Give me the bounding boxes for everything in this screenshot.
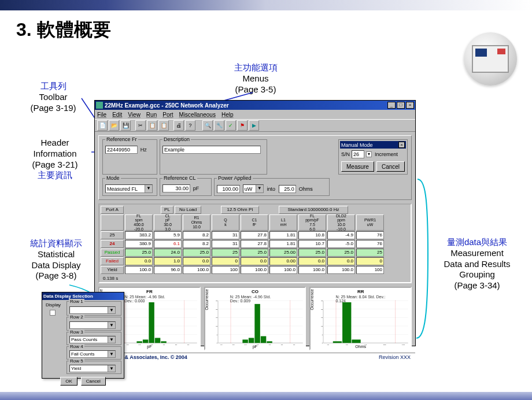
manual-close-icon[interactable]: ×: [398, 142, 405, 148]
close-button[interactable]: ×: [406, 102, 414, 109]
grid-cell[interactable]: 100.0: [241, 266, 268, 274]
grid-cell[interactable]: 0.0: [241, 257, 268, 265]
grid-cell[interactable]: 25.0: [298, 249, 326, 257]
grid-cell[interactable]: 0.00: [269, 257, 297, 265]
dialog-cancel-button[interactable]: Cancel: [81, 377, 106, 386]
grid-cell[interactable]: 25: [356, 249, 384, 257]
grid-cell[interactable]: 100.0: [183, 266, 210, 274]
toolbar-check-icon[interactable]: ✓: [226, 120, 236, 131]
display-checkbox[interactable]: [50, 310, 56, 316]
power-input[interactable]: 100.00: [217, 185, 240, 193]
ref-freq-input[interactable]: 22449950: [105, 146, 138, 154]
grid-cell[interactable]: 25.0: [241, 249, 268, 257]
menu-run[interactable]: Run: [146, 112, 157, 118]
grid-cell[interactable]: 27.8: [241, 231, 268, 239]
grid-cell[interactable]: -5.0: [327, 240, 355, 248]
dialog-row-combo[interactable]: Pass Counts▼: [69, 336, 116, 343]
increment-checkbox[interactable]: ▾: [366, 151, 372, 157]
grid-cell[interactable]: 76: [356, 240, 384, 248]
grid-cell[interactable]: 25.00: [269, 249, 297, 257]
grid-cell[interactable]: 100.0: [298, 266, 326, 274]
dialog-row-combo[interactable]: ▼: [69, 321, 116, 329]
grid-cell[interactable]: 0: [356, 257, 384, 265]
footer-revision: Revision XXX: [379, 354, 411, 360]
toolbar-play-icon[interactable]: ▶: [249, 120, 259, 131]
maximize-button[interactable]: □: [397, 102, 405, 109]
grid-cell[interactable]: 1.81: [269, 240, 297, 248]
toolbar-save-icon[interactable]: 💾: [120, 120, 131, 131]
grid-cell[interactable]: 0.0: [183, 257, 210, 265]
grid-cell[interactable]: 0.0: [298, 257, 326, 265]
menu-view[interactable]: View: [128, 112, 141, 118]
grid-cell[interactable]: 76: [356, 231, 384, 239]
grid-cell[interactable]: -4.9: [327, 231, 355, 239]
grid-cell[interactable]: 0.0: [125, 257, 153, 265]
desc-input[interactable]: Example: [162, 146, 261, 154]
tab-ohm[interactable]: 12.5 Ohm PI: [221, 206, 259, 214]
grid-cell[interactable]: 10.7: [298, 240, 326, 248]
grid-cell[interactable]: 100.0: [125, 266, 153, 274]
toolbar-new-icon[interactable]: 📄: [97, 120, 108, 131]
grid-cell[interactable]: 100: [356, 266, 384, 274]
grid-cell[interactable]: 1.0: [154, 257, 182, 265]
svg-text:5: 5: [216, 334, 217, 336]
svg-text:-5.5: -5.5: [244, 344, 247, 346]
tab-noload[interactable]: No Load: [175, 206, 201, 214]
grid-cell[interactable]: 25.0: [183, 249, 210, 257]
refcl-input[interactable]: 30.00: [162, 184, 190, 192]
menu-help[interactable]: Help: [221, 112, 234, 118]
grid-cell[interactable]: 1.81: [269, 231, 297, 239]
dialog-row-combo[interactable]: Yield▼: [69, 365, 116, 372]
grid-cell[interactable]: 100.0: [269, 266, 297, 274]
menu-port[interactable]: Port: [162, 112, 173, 118]
grid-cell[interactable]: 24.0: [154, 249, 182, 257]
grid-cell[interactable]: 25.0: [125, 249, 153, 257]
grid-cell[interactable]: 100: [212, 266, 239, 274]
toolbar-open-icon[interactable]: 📂: [109, 120, 119, 131]
grid-cell[interactable]: 25.0: [327, 249, 355, 257]
grid-cell[interactable]: 8.2: [183, 231, 210, 239]
grid-cell[interactable]: 27.8: [241, 240, 268, 248]
toolbar-wrench-icon[interactable]: 🔧: [214, 120, 224, 131]
cancel-button[interactable]: Cancel: [376, 161, 405, 172]
toolbar-copy-icon[interactable]: 📋: [147, 120, 157, 131]
menu-edit[interactable]: Edit: [112, 112, 122, 118]
toolbar-paste-icon[interactable]: 📋: [158, 120, 169, 131]
power-unit-combo[interactable]: uW▼: [243, 184, 264, 193]
tab-std[interactable]: Standard:10000000.0 Hz: [279, 206, 348, 214]
grid-cell[interactable]: 6.1: [154, 240, 182, 248]
dialog-ok-button[interactable]: OK: [60, 377, 77, 386]
grid-cell[interactable]: 383.2: [125, 231, 153, 239]
sn-input[interactable]: 26: [352, 150, 364, 158]
toolbar-help-icon[interactable]: ?: [185, 120, 195, 131]
grid-cell[interactable]: 25: [212, 249, 239, 257]
tab-porta[interactable]: Port A: [101, 206, 124, 214]
grid-cell[interactable]: 380.9: [125, 240, 153, 248]
grid-cell[interactable]: 31: [212, 231, 239, 239]
chart-co: CO N: 25 Mean: -4.96 Std. Dev.: 0.009 Oc…: [204, 287, 306, 350]
grid-cell[interactable]: 0: [212, 257, 239, 265]
titlebar[interactable]: 22MHz Example.gcc - 250C Network Analyze…: [95, 101, 415, 110]
into-input[interactable]: 25.0: [279, 185, 296, 193]
grid-cell[interactable]: 5.9: [154, 231, 182, 239]
toolbar-print-icon[interactable]: 🖨: [173, 120, 184, 131]
grid-cell[interactable]: 0.0: [327, 257, 355, 265]
dialog-row-combo[interactable]: ▼: [69, 306, 116, 314]
grid-cell[interactable]: 10.8: [298, 231, 326, 239]
menu-misc[interactable]: Miscellaneous: [179, 112, 216, 118]
toolbar-cut-icon[interactable]: ✂: [135, 120, 146, 131]
menu-file[interactable]: File: [97, 112, 106, 118]
grid-cell[interactable]: 96.0: [154, 266, 182, 274]
grid-cell[interactable]: 100.0: [327, 266, 355, 274]
tab-pl[interactable]: PL: [161, 206, 173, 214]
measure-button[interactable]: Measure: [341, 161, 374, 172]
grid-cell[interactable]: 31: [212, 240, 239, 248]
grid-col-header: FLppm/pF7.56.0: [298, 214, 326, 231]
mode-combo[interactable]: Measured FL▼: [105, 184, 153, 193]
grid-cell[interactable]: 8.2: [183, 240, 210, 248]
toolbar-flag-icon[interactable]: ⚑: [237, 120, 247, 131]
minimize-button[interactable]: _: [387, 102, 396, 109]
dialog-row-combo[interactable]: Fail Counts▼: [69, 350, 116, 358]
toolbar-binoculars-icon[interactable]: 🔍: [202, 120, 213, 131]
manual-mode-title[interactable]: Manual Mode ×: [340, 141, 406, 149]
